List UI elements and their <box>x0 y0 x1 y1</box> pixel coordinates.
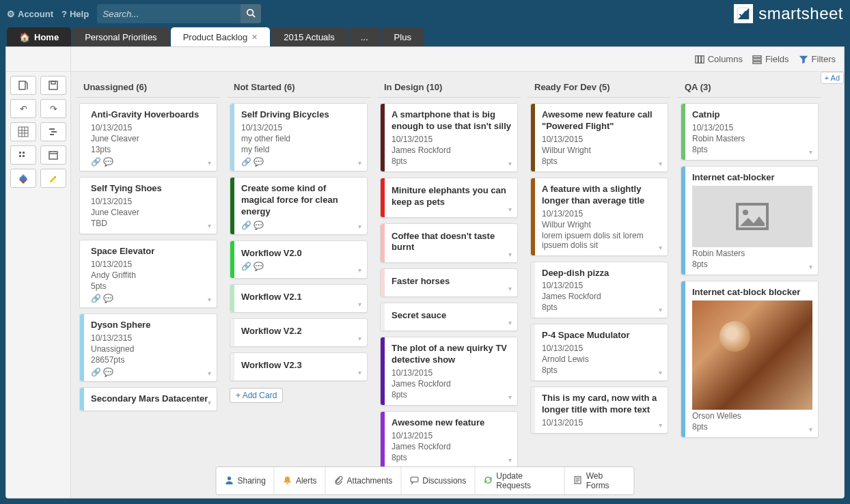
bottom-alerts[interactable]: Alerts <box>275 467 326 494</box>
tab-close-icon[interactable]: ✕ <box>251 33 258 42</box>
card-field: 10/13/2015 <box>91 197 211 206</box>
lane: Unassigned (6)Anti-Gravity Hoverboards10… <box>77 77 220 492</box>
card-expand-icon[interactable]: ▾ <box>659 306 662 313</box>
card[interactable]: Workflow V2.1▾ <box>230 284 368 313</box>
svg-rect-16 <box>23 152 25 154</box>
card-expand-icon[interactable]: ▾ <box>508 456 512 464</box>
grid-view-button[interactable] <box>10 122 36 141</box>
card-view-button[interactable] <box>10 145 36 165</box>
card[interactable]: Create some kind of magical force for cl… <box>230 177 368 235</box>
help-link[interactable]: ? Help <box>61 9 89 19</box>
card-title: Create some kind of magical force for cl… <box>241 183 361 218</box>
tab-personal-priorities[interactable]: Personal Priorities <box>72 27 169 46</box>
card-expand-icon[interactable]: ▾ <box>208 296 211 303</box>
card-expand-icon[interactable]: ▾ <box>208 369 211 377</box>
card[interactable]: Secret sauce▾ <box>380 303 518 331</box>
bottom-web-forms[interactable]: Web Forms <box>565 467 634 494</box>
card-expand-icon[interactable]: ▾ <box>659 421 662 429</box>
card-expand-icon[interactable]: ▾ <box>659 369 662 376</box>
card-expand-icon[interactable]: ▾ <box>508 393 512 401</box>
card[interactable]: Deep-dish pizza10/13/2015James Rockford8… <box>530 262 668 319</box>
bottom-discussions[interactable]: Discussions <box>401 467 475 494</box>
card-expand-icon[interactable]: ▾ <box>508 160 512 167</box>
card[interactable]: Awesome new feature call "Powered Flight… <box>530 103 668 172</box>
tab-2015-actuals[interactable]: 2015 Actuals <box>271 27 346 46</box>
search-input[interactable] <box>97 4 241 23</box>
search-button[interactable] <box>241 4 261 23</box>
card-expand-icon[interactable]: ▾ <box>809 148 812 156</box>
card[interactable]: Dyson Sphere10/13/2315Unassigned28657pts… <box>79 313 217 382</box>
user-icon <box>225 475 234 487</box>
card-expand-icon[interactable]: ▾ <box>358 266 361 274</box>
filters-toggle[interactable]: Filters <box>799 54 836 64</box>
card-field: Robin Masters <box>692 249 812 258</box>
bottom-update-requests[interactable]: Update Requests <box>475 467 564 494</box>
tab--[interactable]: ... <box>348 27 381 46</box>
card[interactable]: This is my card, now with a longer title… <box>530 387 668 434</box>
card[interactable]: A smartphone that is big enough to use t… <box>380 103 518 172</box>
card-expand-icon[interactable]: ▾ <box>508 285 512 292</box>
add-lane-button[interactable]: + Ad <box>821 72 844 84</box>
add-card-button[interactable]: + Add Card <box>230 388 283 403</box>
bottom-sharing[interactable]: Sharing <box>217 467 275 494</box>
card[interactable]: P-4 Space Mudulator10/13/2015Arnold Lewi… <box>530 324 668 381</box>
card[interactable]: Faster horses▾ <box>380 268 518 297</box>
card[interactable]: The plot of a new quirky TV detective sh… <box>380 337 518 406</box>
card[interactable]: Workflow V2.0🔗 💬▾ <box>230 240 368 279</box>
tab-home[interactable]: 🏠Home <box>7 27 71 46</box>
card-expand-icon[interactable]: ▾ <box>208 222 211 229</box>
gantt-view-button[interactable] <box>40 122 66 141</box>
card-expand-icon[interactable]: ▾ <box>508 319 512 326</box>
card[interactable]: Space Elevator10/13/2015Andy Griffith5pt… <box>79 240 217 308</box>
lane-header: QA (3) <box>678 77 821 98</box>
undo-button[interactable]: ↶ <box>10 99 36 118</box>
card[interactable]: Workflow V2.2▾ <box>230 318 368 347</box>
card[interactable]: Workflow V2.3▾ <box>230 352 368 381</box>
card-title: Secondary Mars Datacenter <box>91 393 211 405</box>
card-expand-icon[interactable]: ▾ <box>809 425 812 433</box>
card-expand-icon[interactable]: ▾ <box>358 223 361 230</box>
sheet-view-button[interactable] <box>10 76 36 95</box>
highlight-button[interactable] <box>40 169 66 188</box>
card[interactable]: Self Tying Shoes10/13/2015June CleaverTB… <box>79 177 217 234</box>
card[interactable]: A feature with a slightly longer than av… <box>530 178 668 256</box>
card[interactable]: Catnip10/13/2015Robin Masters8pts▾ <box>681 103 819 160</box>
bottom-attachments[interactable]: Attachments <box>326 467 402 494</box>
card-expand-icon[interactable]: ▾ <box>659 244 662 251</box>
card-field: 10/13/2015 <box>542 135 662 144</box>
comment-icon: 💬 <box>103 294 113 303</box>
card[interactable]: Self Driving Bicycles10/13/2015my other … <box>230 103 368 171</box>
card-expand-icon[interactable]: ▾ <box>809 263 812 270</box>
card-expand-icon[interactable]: ▾ <box>358 300 361 308</box>
tab-product-backlog[interactable]: Product Backlog✕ <box>171 27 271 46</box>
redo-button[interactable]: ↷ <box>40 99 66 118</box>
card-field: James Rockford <box>542 292 662 301</box>
fields-toggle[interactable]: Fields <box>752 54 789 64</box>
card[interactable]: Secondary Mars Datacenter▾ <box>79 387 217 412</box>
card-expand-icon[interactable]: ▾ <box>508 251 512 258</box>
card-field: 10/13/2015 <box>542 209 662 219</box>
tab-plus[interactable]: Plus <box>382 27 424 46</box>
card[interactable]: Coffee that doesn't taste burnt▾ <box>380 223 518 264</box>
account-link[interactable]: ⚙ Account <box>7 9 53 19</box>
card[interactable]: Miniture elephants you can keep as pets▾ <box>380 178 518 218</box>
columns-toggle[interactable]: Columns <box>695 54 743 64</box>
save-button[interactable] <box>40 76 66 95</box>
card-title: P-4 Space Mudulator <box>542 330 662 341</box>
card-expand-icon[interactable]: ▾ <box>208 399 211 406</box>
tags-button[interactable] <box>10 169 36 188</box>
card-expand-icon[interactable]: ▾ <box>358 335 361 342</box>
card-title: A feature with a slightly longer than av… <box>542 184 662 207</box>
svg-rect-2 <box>696 55 698 63</box>
card[interactable]: Internet cat-block blockerOrson Welles8p… <box>681 281 819 438</box>
card[interactable]: Anti-Gravity Hoverboards10/13/2015June C… <box>79 103 217 171</box>
card-expand-icon[interactable]: ▾ <box>659 160 662 167</box>
card-field: Arnold Lewis <box>542 354 662 364</box>
card[interactable]: Awesome new feature10/13/2015James Rockf… <box>380 411 518 468</box>
calendar-view-button[interactable] <box>40 145 66 165</box>
card-expand-icon[interactable]: ▾ <box>208 159 211 167</box>
card-expand-icon[interactable]: ▾ <box>358 159 361 167</box>
card[interactable]: Internet cat-blockerRobin Masters8pts▾ <box>681 166 819 275</box>
card-expand-icon[interactable]: ▾ <box>358 369 361 376</box>
card-expand-icon[interactable]: ▾ <box>508 206 512 213</box>
